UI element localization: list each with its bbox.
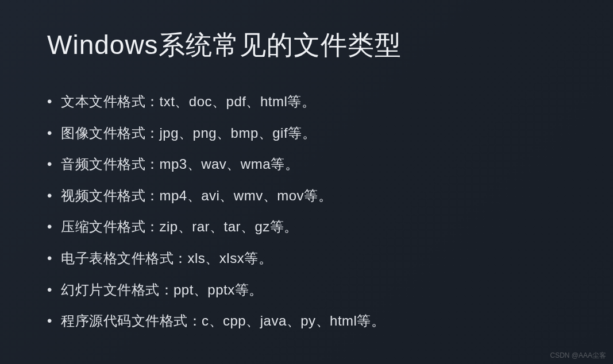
slide-title: Windows系统常见的文件类型 <box>47 28 566 63</box>
list-item: 音频文件格式：mp3、wav、wma等。 <box>47 154 566 174</box>
list-item: 视频文件格式：mp4、avi、wmv、mov等。 <box>47 186 566 206</box>
slide-container: Windows系统常见的文件类型 文本文件格式：txt、doc、pdf、html… <box>0 0 613 364</box>
list-item: 文本文件格式：txt、doc、pdf、html等。 <box>47 92 566 111</box>
list-item: 程序源代码文件格式：c、cpp、java、py、html等。 <box>47 311 566 331</box>
list-item: 电子表格文件格式：xls、xlsx等。 <box>47 249 566 268</box>
list-item: 压缩文件格式：zip、rar、tar、gz等。 <box>47 217 566 237</box>
list-item: 图像文件格式：jpg、png、bmp、gif等。 <box>47 123 566 143</box>
watermark: CSDN @AAA尘客 <box>550 351 606 361</box>
list-item: 幻灯片文件格式：ppt、pptx等。 <box>47 280 566 300</box>
bullet-list: 文本文件格式：txt、doc、pdf、html等。 图像文件格式：jpg、png… <box>47 92 566 331</box>
